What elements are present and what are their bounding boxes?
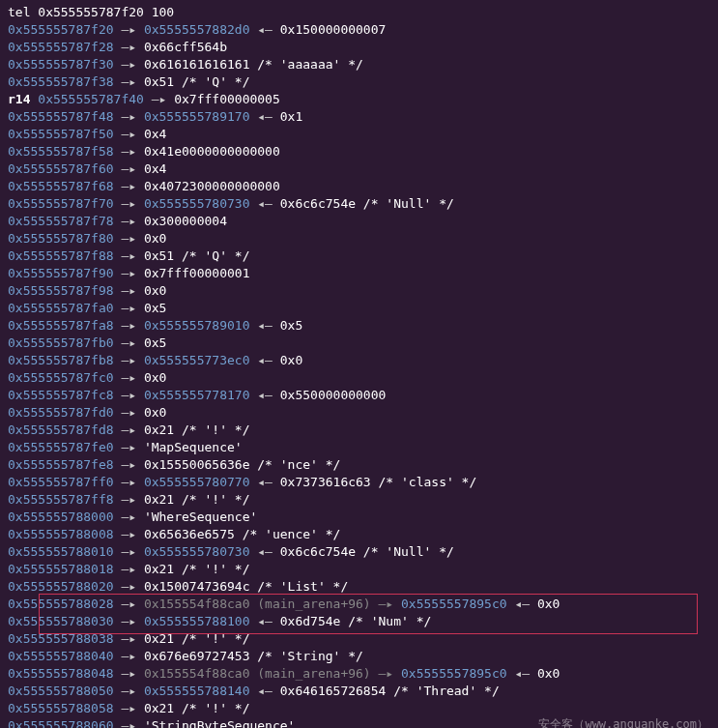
memory-line: 0x555555788028 —▸ 0x155554f88ca0 (main_a… — [8, 596, 710, 613]
memory-value: 0x15550065636e /* 'nce' */ — [144, 457, 341, 472]
memory-value: 0x7fff00000005 — [174, 92, 280, 106]
memory-line: 0x555555788048 —▸ 0x155554f88ca0 (main_a… — [8, 665, 710, 683]
memory-address: 0x555555788038 — [8, 631, 114, 646]
arrow-right-icon: —▸ — [114, 475, 144, 489]
memory-line: 0x555555787f28 —▸ 0x66cff564b — [8, 39, 710, 56]
pointer-value: 0x555555789010 — [144, 318, 250, 333]
arrow-left-icon: ◂— — [249, 109, 279, 124]
memory-line: 0x555555788010 —▸ 0x555555780730 ◂— 0x6c… — [8, 543, 710, 561]
memory-line: 0x555555788008 —▸ 0x65636e6575 /* 'uence… — [8, 526, 710, 543]
memory-address: 0x555555788060 — [8, 718, 114, 728]
pointer-value: 0x5555557895c0 — [401, 666, 507, 681]
memory-line: 0x555555787f98 —▸ 0x0 — [8, 282, 710, 300]
memory-value: 0x21 /* '!' */ — [144, 631, 250, 646]
memory-address: 0x555555787f28 — [8, 40, 114, 54]
memory-value: 0x550000000000 — [280, 388, 387, 402]
pointer-value: 0x555555773ec0 — [144, 353, 250, 367]
memory-address: 0x555555787fa0 — [8, 301, 114, 315]
memory-address: 0x555555787fd0 — [8, 405, 114, 420]
command-text: tel 0x555555787f20 100 — [8, 5, 174, 19]
memory-address: 0x555555787f88 — [8, 248, 114, 263]
memory-address: 0x555555788000 — [8, 510, 114, 524]
memory-address: 0x555555787f38 — [8, 74, 114, 89]
memory-line: 0x555555787fb8 —▸ 0x555555773ec0 ◂— 0x0 — [8, 352, 710, 369]
pointer-value: 0x5555557882d0 — [144, 22, 250, 37]
memory-address: 0x555555787f78 — [8, 214, 114, 228]
memory-line: 0x555555787f58 —▸ 0x41e0000000000000 — [8, 143, 710, 160]
memory-line: 0x555555787fe8 —▸ 0x15550065636e /* 'nce… — [8, 456, 710, 474]
arrow-right-icon: —▸ — [371, 597, 401, 611]
memory-line: 0x555555787f70 —▸ 0x555555780730 ◂— 0x6c… — [8, 195, 710, 213]
memory-line: 0x555555787f48 —▸ 0x555555789170 ◂— 0x1 — [8, 108, 710, 126]
memory-line: 0x555555787fc8 —▸ 0x555555778170 ◂— 0x55… — [8, 387, 710, 404]
memory-line: 0x555555787fd0 —▸ 0x0 — [8, 404, 710, 422]
dim-value: 0x155554f88ca0 (main_arena+96) — [144, 666, 371, 681]
memory-address: 0x555555788008 — [8, 527, 114, 541]
string-value: 'MapSequence' — [144, 440, 243, 454]
memory-line: 0x555555788020 —▸ 0x15007473694c /* 'Lis… — [8, 578, 710, 596]
arrow-right-icon: —▸ — [114, 248, 144, 263]
memory-address: 0x555555787f98 — [8, 283, 114, 298]
memory-value: 0x0 — [144, 231, 166, 246]
memory-value: 0x5 — [144, 335, 166, 350]
memory-address: 0x555555787ff0 — [8, 475, 114, 489]
memory-value: 0x0 — [537, 666, 560, 681]
arrow-right-icon: —▸ — [114, 422, 144, 437]
memory-value: 0x4 — [144, 161, 166, 176]
memory-value: 0x65636e6575 /* 'uence' */ — [144, 527, 341, 541]
arrow-right-icon: —▸ — [114, 74, 144, 89]
arrow-left-icon: ◂— — [249, 388, 279, 402]
arrow-left-icon: ◂— — [249, 614, 279, 628]
memory-value: 0x0 — [280, 353, 302, 367]
arrow-right-icon: —▸ — [114, 388, 144, 402]
memory-address: 0x555555787f40 — [38, 92, 144, 106]
memory-address: 0x555555787f60 — [8, 161, 114, 176]
memory-value: 0x1 — [280, 109, 302, 124]
memory-line: 0x555555787fc0 —▸ 0x0 — [8, 369, 710, 387]
memory-value: 0x616161616161 /* 'aaaaaa' */ — [144, 57, 363, 72]
arrow-right-icon: —▸ — [114, 510, 144, 524]
arrow-right-icon: —▸ — [114, 614, 144, 628]
pointer-value: 0x555555780730 — [144, 544, 250, 559]
memory-line: 0x555555787fa8 —▸ 0x555555789010 ◂— 0x5 — [8, 317, 710, 335]
memory-line: 0x555555787ff0 —▸ 0x555555780770 ◂— 0x73… — [8, 474, 710, 491]
memory-line: 0x555555787fe0 —▸ 'MapSequence' — [8, 439, 710, 456]
arrow-right-icon: —▸ — [114, 405, 144, 420]
arrow-right-icon: —▸ — [114, 562, 144, 576]
arrow-right-icon: —▸ — [114, 631, 144, 646]
arrow-right-icon: —▸ — [114, 335, 144, 350]
memory-line: 0x555555787f68 —▸ 0x4072300000000000 — [8, 178, 710, 195]
memory-line: 0x555555787f78 —▸ 0x300000004 — [8, 213, 710, 230]
arrow-right-icon: —▸ — [114, 301, 144, 315]
watermark: 安全客（www.anquanke.com） — [538, 715, 708, 728]
arrow-right-icon: —▸ — [114, 370, 144, 385]
memory-address: 0x555555787fb8 — [8, 353, 114, 367]
memory-value: 0x4072300000000000 — [144, 179, 280, 193]
register-label: r14 — [8, 92, 38, 106]
pointer-value: 0x555555788140 — [144, 684, 250, 698]
arrow-right-icon: —▸ — [114, 527, 144, 541]
memory-value: 0x7fff00000001 — [144, 266, 250, 280]
pointer-value: 0x555555780730 — [144, 196, 250, 211]
memory-line: 0x555555787f38 —▸ 0x51 /* 'Q' */ — [8, 73, 710, 91]
memory-value: 0x51 /* 'Q' */ — [144, 74, 250, 89]
memory-address: 0x555555787fd8 — [8, 422, 114, 437]
memory-value: 0x0 — [144, 370, 166, 385]
memory-value: 0x21 /* '!' */ — [144, 701, 250, 715]
arrow-right-icon: —▸ — [114, 718, 144, 728]
arrow-right-icon: —▸ — [114, 440, 144, 454]
arrow-right-icon: —▸ — [114, 231, 144, 246]
memory-line: 0x555555788038 —▸ 0x21 /* '!' */ — [8, 630, 710, 648]
arrow-right-icon: —▸ — [114, 684, 144, 698]
memory-line: 0x555555787f90 —▸ 0x7fff00000001 — [8, 265, 710, 282]
arrow-left-icon: ◂— — [249, 353, 279, 367]
arrow-right-icon: —▸ — [114, 127, 144, 141]
memory-address: 0x555555787fc0 — [8, 370, 114, 385]
arrow-right-icon: —▸ — [114, 283, 144, 298]
memory-line: 0x555555787f30 —▸ 0x616161616161 /* 'aaa… — [8, 56, 710, 73]
arrow-right-icon: —▸ — [114, 40, 144, 54]
memory-value: 0x6c6c754e /* 'Null' */ — [280, 196, 454, 211]
pointer-value: 0x5555557895c0 — [401, 597, 507, 611]
arrow-right-icon: —▸ — [114, 196, 144, 211]
arrow-right-icon: —▸ — [114, 457, 144, 472]
